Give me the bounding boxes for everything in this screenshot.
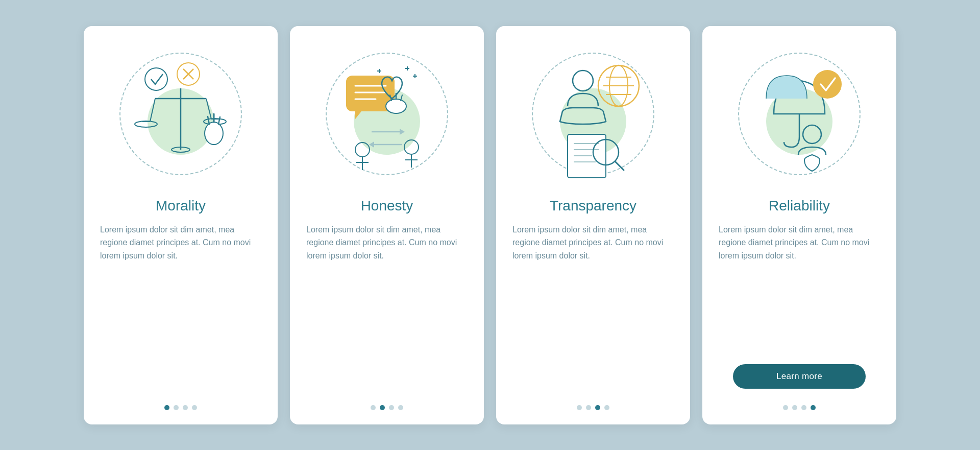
honesty-dots	[371, 405, 403, 410]
svg-point-56	[813, 70, 842, 99]
dot-1	[164, 405, 169, 410]
transparency-text: Lorem ipsum dolor sit dim amet, mea regi…	[512, 223, 674, 391]
svg-point-9	[145, 68, 167, 90]
svg-point-36	[355, 143, 370, 157]
card-reliability: Reliability Lorem ipsum dolor sit dim am…	[702, 26, 896, 424]
svg-point-42	[573, 70, 593, 91]
transparency-dots	[577, 405, 609, 410]
svg-point-39	[404, 140, 419, 154]
dot-1	[577, 405, 582, 410]
honesty-title: Honesty	[361, 198, 413, 214]
dot-3	[595, 405, 600, 410]
illustration-honesty	[315, 42, 458, 185]
honesty-svg	[321, 48, 453, 180]
svg-line-54	[615, 161, 624, 170]
dot-4	[604, 405, 609, 410]
svg-line-4	[206, 99, 211, 119]
dot-4	[192, 405, 197, 410]
dot-3	[183, 405, 188, 410]
dot-2	[792, 405, 797, 410]
morality-text: Lorem ipsum dolor sit dim amet, mea regi…	[100, 223, 261, 391]
card-honesty: Honesty Lorem ipsum dolor sit dim amet, …	[290, 26, 484, 424]
morality-title: Morality	[156, 198, 206, 214]
dot-1	[783, 405, 788, 410]
svg-point-13	[205, 122, 223, 145]
svg-line-16	[218, 117, 220, 124]
reliability-dots	[783, 405, 816, 410]
card-transparency: Transparency Lorem ipsum dolor sit dim a…	[496, 26, 690, 424]
dot-1	[371, 405, 376, 410]
learn-more-button[interactable]: Learn more	[733, 364, 866, 389]
illustration-morality	[109, 42, 252, 185]
reliability-title: Reliability	[769, 198, 830, 214]
dot-2	[586, 405, 591, 410]
reliability-text: Lorem ipsum dolor sit dim amet, mea regi…	[719, 223, 880, 358]
card-morality: Morality Lorem ipsum dolor sit dim amet,…	[84, 26, 278, 424]
transparency-svg	[527, 48, 659, 180]
svg-marker-35	[369, 141, 374, 148]
dot-4	[398, 405, 403, 410]
morality-svg	[114, 48, 247, 180]
dot-2	[174, 405, 179, 410]
svg-marker-21	[355, 111, 361, 119]
svg-line-2	[150, 99, 155, 122]
transparency-title: Transparency	[550, 198, 636, 214]
illustration-transparency	[522, 42, 665, 185]
honesty-text: Lorem ipsum dolor sit dim amet, mea regi…	[306, 223, 468, 391]
svg-line-15	[208, 116, 209, 124]
morality-dots	[164, 405, 197, 410]
dot-2	[380, 405, 385, 410]
svg-marker-33	[400, 129, 405, 135]
dot-3	[389, 405, 394, 410]
reliability-svg	[733, 48, 866, 180]
svg-point-22	[386, 99, 406, 113]
dot-4	[811, 405, 816, 410]
svg-point-57	[803, 125, 821, 144]
dot-3	[801, 405, 806, 410]
cards-container: Morality Lorem ipsum dolor sit dim amet,…	[63, 6, 917, 445]
illustration-reliability	[728, 42, 871, 185]
